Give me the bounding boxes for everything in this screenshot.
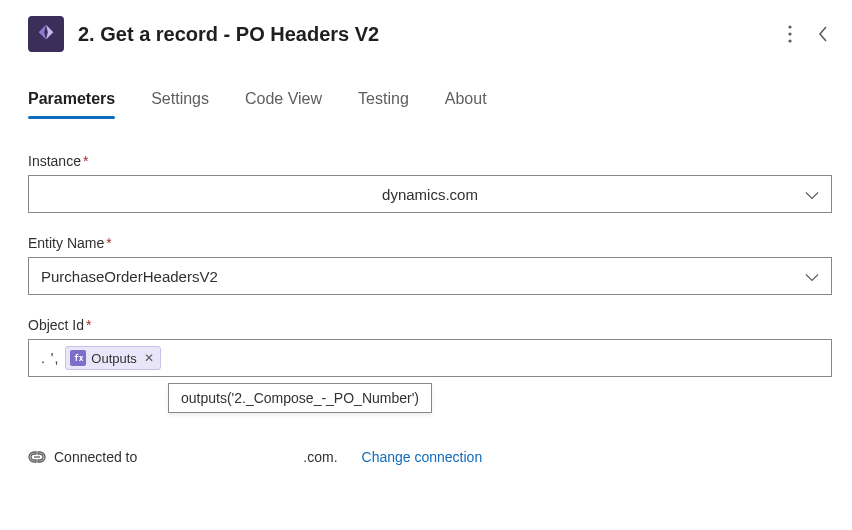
field-object-id: Object Id* . ', fx Outputs ✕ outputs('2.… xyxy=(28,317,832,413)
collapse-button[interactable] xyxy=(814,21,832,47)
tab-bar: Parameters Settings Code View Testing Ab… xyxy=(28,90,832,119)
instance-select[interactable]: dynamics.com xyxy=(28,175,832,213)
field-instance: Instance* dynamics.com xyxy=(28,153,832,213)
chevron-down-icon xyxy=(805,186,819,203)
entity-label-text: Entity Name xyxy=(28,235,104,251)
fx-icon: fx xyxy=(70,350,86,366)
token-expression-tooltip: outputs('2._Compose_-_PO_Number') xyxy=(168,383,432,413)
input-underline xyxy=(39,376,169,377)
required-star: * xyxy=(86,317,91,333)
change-connection-link[interactable]: Change connection xyxy=(362,449,483,465)
object-id-label-text: Object Id xyxy=(28,317,84,333)
dynamics-icon xyxy=(35,23,57,45)
required-star: * xyxy=(83,153,88,169)
entity-label: Entity Name* xyxy=(28,235,832,251)
card-title: 2. Get a record - PO Headers V2 xyxy=(78,23,770,46)
svg-point-1 xyxy=(788,32,791,35)
connector-icon xyxy=(28,16,64,52)
header-actions xyxy=(784,21,832,47)
chevron-down-icon xyxy=(805,268,819,285)
chevron-left-icon xyxy=(818,25,828,43)
connection-icon xyxy=(28,451,46,463)
tab-testing[interactable]: Testing xyxy=(358,90,409,118)
tab-settings[interactable]: Settings xyxy=(151,90,209,118)
action-card: 2. Get a record - PO Headers V2 Paramete… xyxy=(0,0,852,485)
tab-parameters[interactable]: Parameters xyxy=(28,90,115,118)
object-id-prefix: . ', xyxy=(37,350,59,366)
connection-footer: Connected to .com. Change connection xyxy=(28,449,832,465)
required-star: * xyxy=(106,235,111,251)
tab-about[interactable]: About xyxy=(445,90,487,118)
more-menu-button[interactable] xyxy=(784,21,796,47)
object-id-input[interactable]: . ', fx Outputs ✕ xyxy=(28,339,832,377)
expression-token[interactable]: fx Outputs ✕ xyxy=(65,346,161,370)
card-header: 2. Get a record - PO Headers V2 xyxy=(28,16,832,52)
entity-select[interactable]: PurchaseOrderHeadersV2 xyxy=(28,257,832,295)
connection-domain: .com. xyxy=(303,449,337,465)
instance-label: Instance* xyxy=(28,153,832,169)
token-tooltip-wrap: outputs('2._Compose_-_PO_Number') xyxy=(168,383,832,413)
token-label: Outputs xyxy=(91,351,137,366)
svg-point-0 xyxy=(788,25,791,28)
tab-code-view[interactable]: Code View xyxy=(245,90,322,118)
svg-point-2 xyxy=(788,39,791,42)
object-id-label: Object Id* xyxy=(28,317,832,333)
svg-text:fx: fx xyxy=(74,354,83,363)
token-remove-button[interactable]: ✕ xyxy=(144,352,154,364)
vertical-dots-icon xyxy=(788,25,792,43)
connected-to-label: Connected to xyxy=(54,449,137,465)
instance-label-text: Instance xyxy=(28,153,81,169)
entity-value: PurchaseOrderHeadersV2 xyxy=(41,268,819,285)
field-entity-name: Entity Name* PurchaseOrderHeadersV2 xyxy=(28,235,832,295)
instance-value: dynamics.com xyxy=(382,186,478,203)
